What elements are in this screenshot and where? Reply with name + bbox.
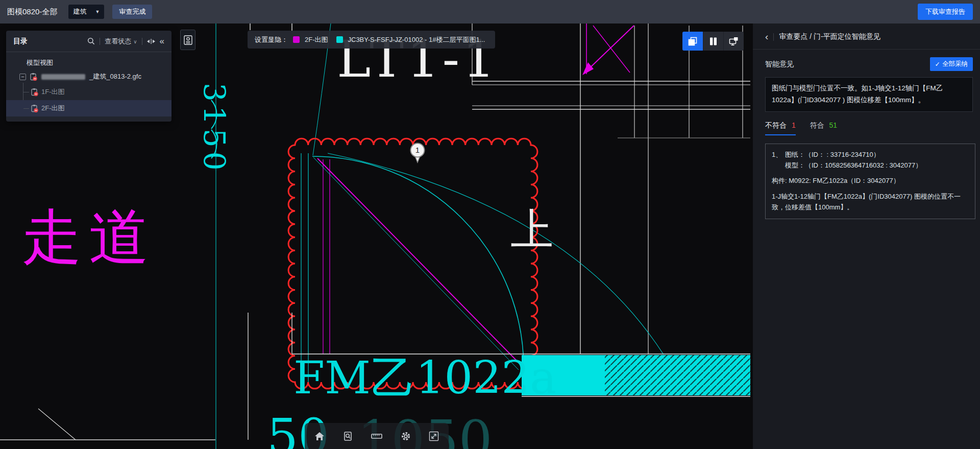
tab-label: 不符合: [765, 121, 787, 129]
split-view-icon: [709, 37, 718, 46]
tab-label: 符合: [810, 121, 824, 129]
view-mode-overlay-button[interactable]: [682, 32, 703, 51]
accept-all-button[interactable]: ✓ 全部采纳: [930, 57, 973, 71]
review-panel: ‹ 审查要点 / 门-平面定位智能意见 智能意见 ✓ 全部采纳 图纸门与模型门位…: [753, 23, 980, 449]
layer-label-2f: 2F-出图: [305, 35, 328, 44]
breadcrumb-text: 审查要点 / 门-平面定位智能意见: [779, 32, 880, 41]
tree-expander-icon[interactable]: −: [19, 74, 26, 80]
view-mode-split-button[interactable]: [703, 32, 723, 51]
ruler-icon: [371, 431, 383, 442]
tree-item-2f-selected[interactable]: 2F-出图: [6, 100, 172, 116]
view-status-label: 查看状态: [105, 37, 131, 45]
root-file-label: _建筑_0813-2.gfc: [89, 72, 141, 81]
preview-search-button[interactable]: [342, 431, 354, 442]
finding-model-id: 模型：（ID：1058256364716032 : 3042077）: [785, 160, 922, 171]
corridor-label: 走道: [21, 202, 156, 272]
chevron-down-icon: ∨: [133, 39, 137, 44]
layer-label-drawing: JC3BY-S-FSFJ-JZ-01002 - 1#楼二层平面图1...: [348, 35, 485, 44]
catalog-panel: 目录 查看状态∨ « 模型视图 − _建筑_0813-2.gfc: [6, 31, 172, 122]
visibility-legend: 设置显隐： 2F-出图 JC3BY-S-FSFJ-JZ-01002 - 1#楼二…: [248, 31, 495, 49]
overlay-layers-icon: [688, 37, 697, 46]
up-symbol: 上: [510, 204, 553, 254]
issue-marker-pin[interactable]: 1: [411, 144, 425, 163]
dimension-3150: 3150: [197, 83, 232, 175]
panel-divider: [753, 49, 980, 50]
discipline-select[interactable]: 建筑 ▼: [68, 5, 104, 19]
drawing-badge-button[interactable]: [180, 30, 195, 50]
discipline-value: 建筑: [73, 7, 86, 16]
check-icon: ✓: [935, 60, 940, 68]
tab-count-fail: 1: [792, 121, 796, 129]
search-icon[interactable]: [87, 37, 95, 45]
finding-card[interactable]: 1、 图纸：（ID： : 33716-234710） 模型：（ID：105825…: [765, 144, 975, 219]
finding-drawing-id: 图纸：（ID： : 33716-234710）: [785, 150, 922, 160]
measure-button[interactable]: [371, 431, 383, 442]
chevron-down-icon: ▼: [95, 9, 100, 14]
finding-index: 1、: [772, 150, 785, 171]
settings-button[interactable]: [400, 431, 411, 442]
document-search-icon: [342, 431, 354, 442]
legend-label: 设置显隐：: [255, 35, 288, 44]
breadcrumb-divider: [773, 33, 774, 41]
review-done-button[interactable]: 审查完成: [112, 5, 152, 19]
view-mode-model-button[interactable]: [723, 32, 744, 51]
drawing-model-icon: [729, 37, 739, 46]
opinion-description: 图纸门与模型门位置不一致。如1-J轴交1-12轴门【FM乙1022a】(门ID3…: [765, 77, 973, 112]
model-file-icon: [29, 73, 37, 81]
canvas-toolbar: [305, 423, 449, 449]
model-views-section-title: 模型视图: [27, 58, 172, 67]
home-view-button[interactable]: [314, 431, 325, 442]
tab-count-pass: 51: [829, 121, 838, 129]
download-report-button[interactable]: 下载审查报告: [918, 4, 973, 20]
tab-compliant[interactable]: 符合 51: [810, 121, 837, 135]
fullscreen-button[interactable]: [428, 431, 439, 442]
issue-marker-number: 1: [415, 146, 420, 154]
back-chevron-icon[interactable]: ‹: [765, 33, 768, 40]
model-view-icon: [30, 88, 38, 96]
home-icon: [314, 431, 325, 442]
page-title: 图模0820-全部: [7, 7, 57, 17]
tab-noncompliant[interactable]: 不符合 1: [765, 121, 796, 135]
tree-children: 1F-出图 2F-出图: [6, 84, 172, 116]
gear-icon: [400, 431, 411, 442]
tree-root-node[interactable]: − _建筑_0813-2.gfc: [6, 69, 172, 84]
header-divider: [100, 38, 100, 45]
model-view-icon: [30, 104, 38, 112]
collapse-panel-icon[interactable]: «: [160, 36, 164, 46]
tree-item-label: 1F-出图: [41, 87, 65, 97]
cad-viewport[interactable]: LT1-1 3150 走道 上 FM乙1022a 1050 50 1 目录 查看…: [0, 23, 753, 449]
fullscreen-icon: [428, 431, 439, 442]
redacted-project-name: [41, 74, 85, 80]
layer-swatch-2f[interactable]: [293, 36, 300, 43]
opinion-title: 智能意见: [765, 60, 794, 69]
tree-item-label: 2F-出图: [41, 104, 65, 113]
view-status-dropdown[interactable]: 查看状态∨: [105, 37, 137, 46]
top-bar: 图模0820-全部 建筑 ▼ 审查完成 下载审查报告: [0, 0, 980, 23]
door-mark-label: FM乙1022a: [293, 351, 557, 404]
catalog-title: 目录: [13, 37, 87, 46]
layer-swatch-drawing[interactable]: [336, 36, 343, 43]
finding-component: 构件: M0922: FM乙1022a（ID：3042077）: [772, 176, 969, 186]
result-tabs: 不符合 1 符合 51: [765, 121, 973, 135]
header-divider2: [142, 38, 142, 45]
view-mode-group: [682, 32, 744, 51]
accept-all-label: 全部采纳: [942, 60, 968, 68]
license-icon: [184, 34, 192, 45]
resize-width-icon[interactable]: [147, 38, 155, 45]
breadcrumb: ‹ 审查要点 / 门-平面定位智能意见: [765, 32, 973, 41]
catalog-header: 目录 查看状态∨ «: [6, 31, 172, 52]
tree-item-1f[interactable]: 1F-出图: [6, 84, 172, 100]
finding-detail: 1-J轴交1-12轴门【FM乙1022a】(门ID3042077) 图模的位置不…: [772, 192, 969, 213]
